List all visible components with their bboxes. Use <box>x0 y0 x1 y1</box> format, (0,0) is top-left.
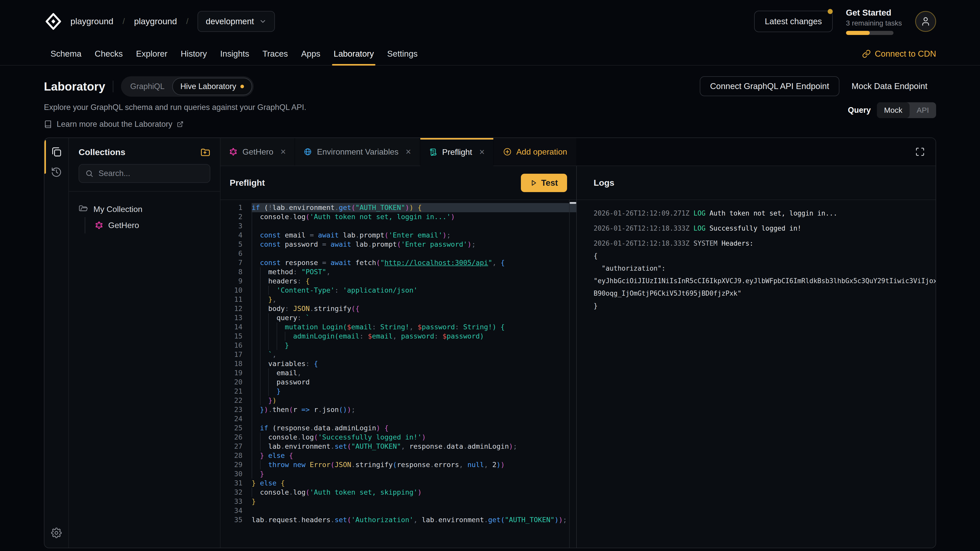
code-editor[interactable]: 1if (!lab.environment.get("AUTH_TOKEN"))… <box>221 200 576 548</box>
mode-option-hive-laboratory[interactable]: Hive Laboratory <box>172 78 252 95</box>
breadcrumb-org[interactable]: playground <box>70 16 113 26</box>
target-selector[interactable]: development <box>197 11 275 32</box>
nav-item-checks[interactable]: Checks <box>88 43 129 65</box>
nav-item-history[interactable]: History <box>174 43 213 65</box>
code-line[interactable]: 21} <box>221 387 576 396</box>
log-level-badge: LOG <box>694 224 710 232</box>
breadcrumb-project[interactable]: playground <box>134 16 177 26</box>
code-line[interactable]: 29throw new Error(JSON.stringify(respons… <box>221 460 576 469</box>
nav-item-insights[interactable]: Insights <box>213 43 256 65</box>
line-number: 16 <box>221 341 251 350</box>
log-level-badge: LOG <box>694 210 710 217</box>
code-line[interactable]: 4const email = await lab.prompt('Enter e… <box>221 230 576 240</box>
code-line[interactable]: 9headers: { <box>221 276 576 286</box>
user-avatar[interactable] <box>915 11 936 32</box>
page-header-left: Laboratory GraphiQL Hive Laboratory Expl… <box>44 76 306 129</box>
learn-more-link[interactable]: Learn more about the Laboratory <box>44 120 306 129</box>
close-tab-icon[interactable]: × <box>406 146 411 157</box>
code-line[interactable]: 30} <box>221 469 576 478</box>
line-number: 1 <box>221 203 251 212</box>
code-line[interactable]: 10'Content-Type': 'application/json' <box>221 286 576 295</box>
logs-output[interactable]: 2026-01-26T12:12:09.271Z LOG Auth token … <box>577 200 935 548</box>
line-number: 27 <box>221 442 251 451</box>
code-line[interactable]: 11}, <box>221 295 576 304</box>
collections-tree: My CollectionGetHero <box>69 192 220 243</box>
code-line-content: }, <box>251 295 576 304</box>
close-tab-icon[interactable]: × <box>479 147 485 157</box>
code-line[interactable]: 19email, <box>221 368 576 378</box>
nav-item-schema[interactable]: Schema <box>44 43 88 65</box>
test-button[interactable]: Test <box>521 174 567 192</box>
connect-to-cdn-link[interactable]: Connect to CDN <box>862 43 936 65</box>
code-line[interactable]: 35lab.request.headers.set('Authorization… <box>221 515 576 524</box>
code-line[interactable]: 16} <box>221 341 576 350</box>
query-mode-mock[interactable]: Mock <box>877 102 910 118</box>
collections-rail-button[interactable] <box>48 144 65 160</box>
code-line[interactable]: 1if (!lab.environment.get("AUTH_TOKEN"))… <box>221 203 576 212</box>
line-number: 21 <box>221 387 251 396</box>
code-line[interactable]: 17`, <box>221 350 576 359</box>
nav-item-explorer[interactable]: Explorer <box>129 43 174 65</box>
code-line[interactable]: 12body: JSON.stringify({ <box>221 304 576 313</box>
nav-item-apps[interactable]: Apps <box>294 43 327 65</box>
fullscreen-button[interactable] <box>915 147 925 157</box>
script-icon <box>429 148 437 156</box>
line-number: 11 <box>221 295 251 304</box>
editor-scroll-gutter[interactable] <box>569 200 576 548</box>
nav-item-settings[interactable]: Settings <box>380 43 424 65</box>
code-line[interactable]: 18variables: { <box>221 359 576 368</box>
code-line[interactable]: 24 <box>221 414 576 424</box>
connect-graphql-endpoint-button[interactable]: Connect GraphQL API Endpoint <box>700 76 839 96</box>
get-started-widget[interactable]: Get Started 3 remaining tasks <box>846 8 902 35</box>
code-line-content: lab.environment.set("AUTH_TOKEN", respon… <box>251 442 576 451</box>
nav-item-laboratory[interactable]: Laboratory <box>327 43 380 65</box>
code-line-content: if (!lab.environment.get("AUTH_TOKEN")) … <box>251 203 576 212</box>
code-line[interactable]: 25if (response.data.adminLogin) { <box>221 424 576 433</box>
search-input[interactable] <box>98 168 204 178</box>
code-line[interactable]: 14mutation Login($email: String!, $passw… <box>221 322 576 332</box>
code-line[interactable]: 28} else { <box>221 451 576 460</box>
log-block-line: "eyJhbGciOiJIUzI1NiIsInR5cCI6IkpXVCJ9.ey… <box>593 275 935 287</box>
nav-item-traces[interactable]: Traces <box>256 43 294 65</box>
code-line[interactable]: 26console.log('Successfully logged in!') <box>221 433 576 442</box>
code-line[interactable]: 27lab.environment.set("AUTH_TOKEN", resp… <box>221 442 576 451</box>
code-line-content: 'Content-Type': 'application/json' <box>251 286 576 295</box>
close-tab-icon[interactable]: × <box>280 146 286 157</box>
add-operation-button[interactable]: Add operation <box>494 138 576 165</box>
scrollbar-thumb[interactable] <box>570 202 576 204</box>
latest-changes-button[interactable]: Latest changes <box>754 11 833 32</box>
tab-environment-variables[interactable]: Environment Variables× <box>295 138 420 165</box>
code-line[interactable]: 31} else { <box>221 478 576 488</box>
code-line[interactable]: 5const password = await lab.prompt('Ente… <box>221 240 576 249</box>
code-line[interactable]: 33} <box>221 497 576 506</box>
preflight-editor-pane: Preflight Test 1if (!lab.environ <box>221 166 576 548</box>
title-divider <box>113 81 113 92</box>
collection-folder-my-collection[interactable]: My Collection <box>79 201 210 217</box>
code-line[interactable]: 3 <box>221 221 576 230</box>
mode-option-graphiql[interactable]: GraphiQL <box>123 78 172 95</box>
history-rail-button[interactable] <box>48 164 65 180</box>
new-collection-button[interactable] <box>200 147 210 157</box>
collections-search[interactable] <box>79 164 210 183</box>
query-mode-api[interactable]: API <box>910 102 936 118</box>
code-line[interactable]: 15adminLogin(email: $email, password: $p… <box>221 332 576 341</box>
code-line-content: const email = await lab.prompt('Enter em… <box>251 230 576 240</box>
code-line[interactable]: 8method: "POST", <box>221 267 576 276</box>
tab-preflight[interactable]: Preflight× <box>420 138 493 166</box>
code-line[interactable]: 7const response = await fetch("http://lo… <box>221 258 576 267</box>
hive-logo-icon[interactable] <box>44 12 63 31</box>
gear-icon <box>51 527 62 538</box>
mock-data-endpoint-button[interactable]: Mock Data Endpoint <box>843 76 936 96</box>
code-line[interactable]: 32console.log('Auth token set, skipping'… <box>221 488 576 497</box>
code-line[interactable]: 22}) <box>221 396 576 405</box>
code-line[interactable]: 13query: ` <box>221 313 576 322</box>
code-line[interactable]: 23}).then(r => r.json()); <box>221 405 576 414</box>
operation-item-gethero[interactable]: GetHero <box>95 217 210 233</box>
code-line[interactable]: 20password <box>221 378 576 387</box>
code-line[interactable]: 6 <box>221 249 576 258</box>
settings-rail-button[interactable] <box>48 525 65 541</box>
code-line[interactable]: 2console.log('Auth token not set, loggin… <box>221 212 576 221</box>
tab-gethero[interactable]: GetHero× <box>221 138 294 165</box>
book-icon <box>44 120 52 128</box>
code-line[interactable]: 34 <box>221 506 576 515</box>
